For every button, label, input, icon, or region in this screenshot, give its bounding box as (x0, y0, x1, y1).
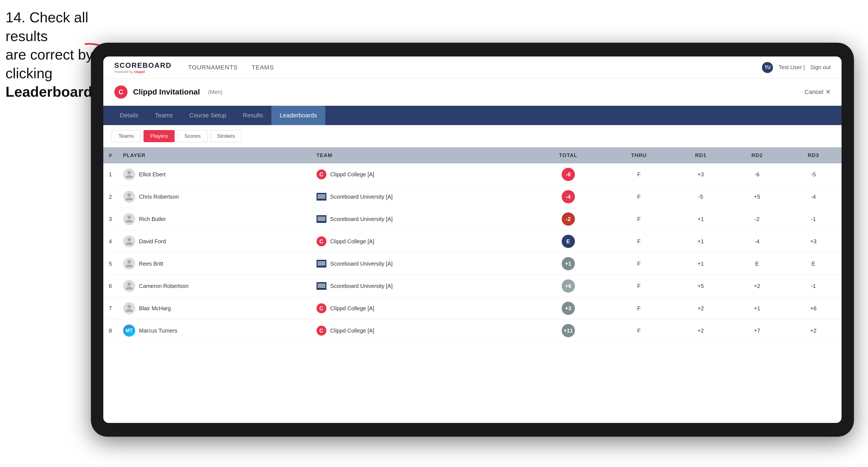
tab-leaderboards[interactable]: Leaderboards (271, 106, 325, 125)
cell-rd2: E (729, 253, 785, 275)
cell-rd2: +7 (729, 320, 785, 342)
score-badge: +3 (562, 302, 575, 315)
cell-team: Scoreboard University [A] (311, 208, 531, 230)
user-avatar: TU (762, 62, 773, 73)
tab-results[interactable]: Results (235, 106, 271, 125)
table-body: 1Elliot EbertCClippd College [A]-8F+3-6-… (103, 163, 842, 342)
nav-user-text: Test User | (778, 64, 805, 70)
cell-rd2: -2 (729, 208, 785, 230)
table-row: 3Rich ButlerScoreboard University [A]-2F… (103, 208, 842, 230)
cell-rd3: -5 (785, 163, 842, 186)
player-name: Marcus Turners (139, 328, 177, 334)
cell-rd1: +1 (673, 208, 729, 230)
cell-team: CClippd College [A] (311, 297, 531, 320)
filter-strokes[interactable]: Strokes (210, 130, 242, 142)
team-name: Scoreboard University [A] (330, 261, 393, 267)
tournament-name: Clippd Invitational (133, 88, 200, 96)
cell-total: -4 (531, 186, 605, 208)
cell-rd3: -4 (785, 186, 842, 208)
col-rd2: RD2 (729, 147, 785, 163)
tablet-screen: SCOREBOARD Powered by clippd TOURNAMENTS… (103, 57, 842, 423)
top-navigation: SCOREBOARD Powered by clippd TOURNAMENTS… (103, 57, 842, 79)
leaderboard-table: # PLAYER TEAM TOTAL THRU RD1 RD2 RD3 1El… (103, 147, 842, 342)
cell-thru: F (605, 186, 673, 208)
tab-teams[interactable]: Teams (147, 106, 181, 125)
player-avatar (123, 168, 135, 181)
cell-rd1: +3 (673, 163, 729, 186)
player-avatar (123, 258, 135, 270)
logo-area: SCOREBOARD Powered by clippd (114, 61, 172, 74)
team-name: Scoreboard University [A] (330, 194, 393, 200)
cell-rd2: +2 (729, 275, 785, 297)
cell-rd3: +3 (785, 230, 842, 253)
player-name: Blair McHarg (139, 305, 171, 312)
cell-rank: 7 (103, 297, 118, 320)
instruction-line3: Leaderboards. (5, 84, 104, 100)
cell-total: +1 (531, 253, 605, 275)
table-row: 8MTMarcus TurnersCClippd College [A]+11F… (103, 320, 842, 342)
cell-total: -2 (531, 208, 605, 230)
cell-rd1: +1 (673, 230, 729, 253)
col-total: TOTAL (531, 147, 605, 163)
nav-tournaments[interactable]: TOURNAMENTS (188, 63, 238, 72)
sign-out-link[interactable]: Sign out (810, 64, 831, 70)
cell-rd1: +2 (673, 320, 729, 342)
team-logo (316, 260, 327, 268)
player-avatar (123, 302, 135, 314)
team-name: Scoreboard University [A] (330, 216, 393, 222)
col-rd1: RD1 (673, 147, 729, 163)
cell-total: +6 (531, 275, 605, 297)
tab-details[interactable]: Details (112, 106, 147, 125)
nav-teams[interactable]: TEAMS (251, 63, 274, 72)
col-player: PLAYER (118, 147, 311, 163)
team-name: Clippd College [A] (330, 172, 374, 178)
tournament-header: C Clippd Invitational (Men) Cancel ✕ (103, 79, 842, 106)
cell-total: +11 (531, 320, 605, 342)
table-row: 4David FordCClippd College [A]EF+1-4+3 (103, 230, 842, 253)
cell-rd3: +6 (785, 297, 842, 320)
tab-navigation: Details Teams Course Setup Results Leade… (103, 106, 842, 125)
team-logo (316, 282, 327, 290)
cell-rd1: -5 (673, 186, 729, 208)
cell-player: Elliot Ebert (118, 163, 311, 186)
filter-players[interactable]: Players (144, 130, 175, 142)
logo-subtitle: Powered by clippd (114, 70, 172, 74)
player-name: David Ford (139, 238, 166, 245)
tablet-device: SCOREBOARD Powered by clippd TOURNAMENTS… (91, 43, 854, 437)
player-avatar (123, 280, 135, 292)
cell-total: +3 (531, 297, 605, 320)
cell-rd1: +5 (673, 275, 729, 297)
cell-player: MTMarcus Turners (118, 320, 311, 342)
cell-player: Rich Butler (118, 208, 311, 230)
filter-teams[interactable]: Teams (112, 130, 141, 142)
score-badge: E (562, 235, 575, 248)
cell-rd3: -1 (785, 275, 842, 297)
cell-rd2: +5 (729, 186, 785, 208)
player-avatar (123, 235, 135, 247)
tab-course-setup[interactable]: Course Setup (181, 106, 235, 125)
team-logo: C (316, 303, 327, 313)
cell-rank: 4 (103, 230, 118, 253)
cell-team: Scoreboard University [A] (311, 186, 531, 208)
team-name: Clippd College [A] (330, 238, 374, 245)
cell-thru: F (605, 297, 673, 320)
logo-title: SCOREBOARD (114, 61, 172, 70)
team-name: Clippd College [A] (330, 305, 374, 312)
cell-rd3: E (785, 253, 842, 275)
cancel-button[interactable]: Cancel ✕ (805, 88, 831, 96)
cell-team: Scoreboard University [A] (311, 275, 531, 297)
player-name: Cameron Robertson (139, 283, 189, 289)
cell-total: -8 (531, 163, 605, 186)
filter-scores[interactable]: Scores (177, 130, 208, 142)
score-badge: +1 (562, 257, 575, 270)
tournament-tag: (Men) (208, 89, 223, 95)
cell-rd3: -1 (785, 208, 842, 230)
cell-rank: 2 (103, 186, 118, 208)
table-row: 5Rees BrittScoreboard University [A]+1F+… (103, 253, 842, 275)
cell-rank: 3 (103, 208, 118, 230)
col-rd3: RD3 (785, 147, 842, 163)
col-rank: # (103, 147, 118, 163)
cell-thru: F (605, 230, 673, 253)
cell-rank: 8 (103, 320, 118, 342)
cell-thru: F (605, 163, 673, 186)
